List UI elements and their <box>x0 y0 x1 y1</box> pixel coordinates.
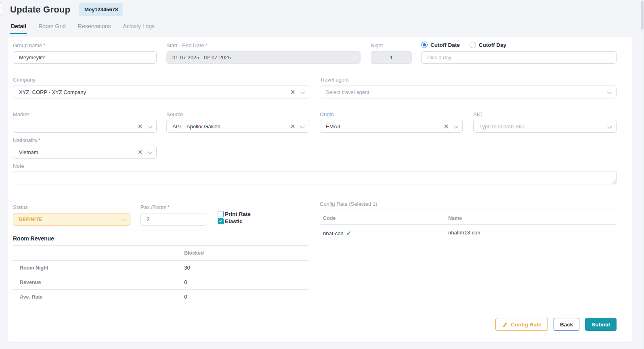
travel-agent-select[interactable]: Select travel agent <box>320 86 617 98</box>
sic-select[interactable]: Type to search SIC <box>473 120 617 133</box>
nationality-select[interactable]: Vietnam <box>13 146 157 159</box>
table-row: Ave. Rate 0 <box>13 289 309 304</box>
tab-detail[interactable]: Detail <box>10 21 27 34</box>
config-rate-button-label: Config Rate <box>511 322 541 328</box>
status-value: DEFINITE <box>19 217 121 222</box>
required-marker: * <box>168 204 170 210</box>
cutoff-date-radio[interactable]: Cutoff Date <box>421 42 460 48</box>
revenue-label: Revenue <box>13 280 184 285</box>
config-rate-code: nhat-con <box>323 230 344 236</box>
clear-icon[interactable] <box>444 123 449 129</box>
divider <box>13 230 309 230</box>
market-label: Market <box>13 111 29 117</box>
chevron-down-icon[interactable] <box>607 123 613 128</box>
room-revenue-table: Blocked Room Night 30 Revenue 0 Ave. Rat… <box>13 245 309 304</box>
nationality-label: Nationality* <box>13 137 41 143</box>
origin-select[interactable]: EMAIL <box>320 120 463 133</box>
blocked-column-header: Blocked <box>184 250 204 256</box>
source-value: APL - Apollo/ Galileo <box>172 123 290 130</box>
scrollbar-thumb[interactable] <box>641 1 644 30</box>
pen-gear-icon <box>502 322 508 328</box>
config-rate-name-header: Name <box>448 215 462 221</box>
night-input[interactable] <box>371 51 412 64</box>
company-value: XYZ_CORP - XYZ Company <box>19 89 290 95</box>
checkbox-unchecked-icon[interactable] <box>218 211 224 217</box>
vertical-scrollbar[interactable] <box>641 0 644 349</box>
print-rate-label: Print Rate <box>225 211 251 217</box>
status-select[interactable]: DEFINITE <box>13 213 130 226</box>
market-select[interactable] <box>13 120 157 133</box>
note-label: Note <box>13 163 24 169</box>
clipped-panel-edge <box>0 2 2 15</box>
room-night-label: Room Night <box>13 265 184 271</box>
date-range-label: Start - End Date* <box>166 42 207 48</box>
room-night-blocked-value: 30 <box>184 265 190 271</box>
nationality-value: Vietnam <box>19 149 138 155</box>
source-select[interactable]: APL - Apollo/ Galileo <box>166 120 309 133</box>
required-marker: * <box>39 137 41 143</box>
required-marker: * <box>43 42 45 48</box>
travel-agent-label: Travel agent <box>320 77 349 83</box>
back-button-label: Back <box>560 322 573 328</box>
source-label: Source <box>166 111 183 117</box>
page-title: Update Group <box>10 4 70 15</box>
group-name-input[interactable] <box>13 51 157 64</box>
print-rate-checkbox[interactable]: Print Rate <box>218 211 251 217</box>
table-row: Room Night 30 <box>13 260 309 275</box>
chevron-down-icon[interactable] <box>607 89 613 94</box>
clear-icon[interactable] <box>290 89 295 95</box>
ave-rate-label: Ave. Rate <box>13 294 184 300</box>
cutoff-day-radio-label: Cutoff Day <box>479 42 506 48</box>
sic-label: SIC <box>473 111 482 117</box>
chevron-down-icon[interactable] <box>147 149 153 154</box>
note-input[interactable] <box>13 171 617 184</box>
group-code-badge: Mey12345678 <box>79 3 123 16</box>
travel-agent-placeholder: Select travel agent <box>326 89 607 95</box>
back-button[interactable]: Back <box>554 318 579 331</box>
origin-value: EMAIL <box>326 123 444 130</box>
room-revenue-title: Room Revenue <box>13 235 54 242</box>
revenue-blocked-value: 0 <box>184 279 187 285</box>
config-rate-button[interactable]: Config Rate <box>495 318 548 331</box>
config-rate-code-header: Code <box>323 215 336 221</box>
cutoff-day-radio[interactable]: Cutoff Day <box>470 42 506 48</box>
config-rate-row[interactable]: nhat-con <box>323 230 351 237</box>
chevron-down-icon[interactable] <box>300 123 305 128</box>
submit-button[interactable]: Submit <box>585 318 617 331</box>
clear-icon[interactable] <box>138 149 143 155</box>
config-rate-name: nhatnh13-con <box>448 230 480 236</box>
cutoff-day-picker-input[interactable] <box>421 51 617 64</box>
radio-selected-icon[interactable] <box>421 42 428 48</box>
checkbox-checked-icon[interactable] <box>218 218 224 224</box>
radio-unselected-icon[interactable] <box>470 42 476 48</box>
room-revenue-header-row: Blocked <box>13 246 309 260</box>
status-label: Status <box>13 204 28 210</box>
tab-activity-logs[interactable]: Activity Logs <box>122 21 156 34</box>
clear-icon[interactable] <box>138 123 143 129</box>
form-footer: Config Rate Back Submit <box>495 318 617 331</box>
group-name-label: Group name* <box>13 42 45 48</box>
submit-button-label: Submit <box>592 322 610 328</box>
chevron-down-icon[interactable] <box>453 123 459 128</box>
chevron-down-icon[interactable] <box>147 123 153 128</box>
divider <box>320 224 617 225</box>
required-marker: * <box>205 42 207 48</box>
pax-room-input[interactable] <box>141 213 207 226</box>
night-label: Night <box>371 42 383 48</box>
cutoff-radio-group: Cutoff Date Cutoff Day <box>421 42 506 48</box>
chevron-down-icon[interactable] <box>300 89 305 94</box>
pax-room-label: Pax./Room* <box>141 204 170 210</box>
note-field <box>13 171 617 184</box>
chevron-down-icon[interactable] <box>121 216 126 222</box>
date-range-input[interactable] <box>166 51 361 64</box>
elastic-checkbox[interactable]: Elastic <box>218 218 251 224</box>
table-row: Revenue 0 <box>13 275 309 289</box>
origin-label: Origin <box>320 111 334 117</box>
tab-room-grid[interactable]: Room Grid <box>38 21 67 34</box>
divider <box>320 209 617 209</box>
clear-icon[interactable] <box>290 123 295 129</box>
elastic-label: Elastic <box>225 218 243 224</box>
company-select[interactable]: XYZ_CORP - XYZ Company <box>13 86 309 98</box>
tab-reservations[interactable]: Reservations <box>77 21 112 34</box>
tab-bar: Detail Room Grid Reservations Activity L… <box>10 21 155 34</box>
